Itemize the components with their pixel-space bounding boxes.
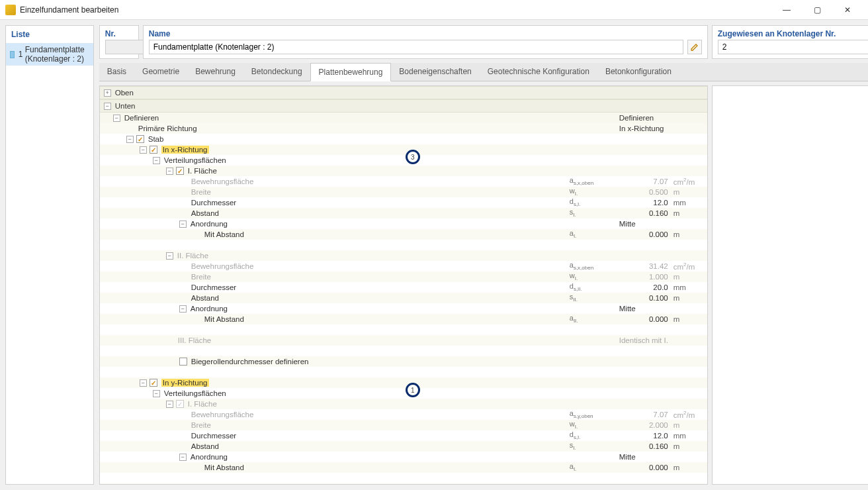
- val-anord-2x[interactable]: Mitte: [619, 305, 707, 313]
- chk-fl1y: [176, 400, 184, 408]
- window-title: Einzelfundament bearbeiten: [20, 5, 771, 15]
- tab-betonkonfig[interactable]: Betonkonfiguration: [597, 63, 679, 81]
- assign-input[interactable]: [718, 40, 868, 54]
- sym-ds1y: ds,I.: [570, 430, 619, 440]
- val-d1x[interactable]: 12.0: [619, 199, 671, 207]
- assign-label: Zugewiesen an Knotenlager Nr.: [713, 26, 868, 40]
- minimize-button[interactable]: —: [771, 0, 802, 20]
- sym-as-x1: as,x,oben: [570, 176, 619, 186]
- node-fl2x[interactable]: II. Fläche: [176, 252, 570, 260]
- sym-s1x: sI.: [570, 208, 619, 218]
- chk-inx[interactable]: [150, 146, 157, 154]
- node-abstand-1y: Abstand: [190, 442, 570, 450]
- titlebar: Einzelfundament bearbeiten — ▢ ✕: [0, 0, 868, 20]
- unit-cm2m-3: cm2/m: [671, 410, 707, 419]
- maximize-button[interactable]: ▢: [802, 0, 832, 20]
- toggle-inx[interactable]: −: [140, 146, 147, 154]
- node-durchm-1y: Durchmesser: [190, 432, 570, 440]
- chk-iny[interactable]: [150, 379, 157, 387]
- val-s1y[interactable]: 0.160: [619, 442, 671, 450]
- node-durchm-2x: Durchmesser: [190, 283, 570, 291]
- tab-betondeckung[interactable]: Betondeckung: [243, 63, 310, 81]
- name-label: Name: [144, 26, 707, 40]
- toggle-verteil-x[interactable]: −: [153, 157, 160, 164]
- toggle-oben[interactable]: +: [104, 89, 111, 97]
- toggle-definieren[interactable]: −: [113, 115, 120, 122]
- tab-basis[interactable]: Basis: [99, 63, 134, 81]
- chk-fl1x[interactable]: [176, 167, 184, 175]
- list-item-num: 1: [19, 50, 23, 59]
- unit-mm-1: mm: [671, 199, 707, 207]
- node-abstand-1x: Abstand: [190, 209, 570, 217]
- chk-stab[interactable]: [136, 135, 144, 143]
- val-d2x[interactable]: 20.0: [619, 283, 671, 291]
- node-iny[interactable]: In y-Richtung: [160, 379, 570, 387]
- node-fl1x[interactable]: I. Fläche: [187, 167, 570, 175]
- val-as-1y: 7.07: [619, 411, 671, 418]
- chk-biege-x[interactable]: [179, 358, 187, 366]
- val-anord-1x[interactable]: Mitte: [619, 220, 707, 228]
- sym-as-x2: as,x,oben: [570, 261, 619, 271]
- tab-plattenbewehrung[interactable]: Plattenbewehrung: [310, 63, 392, 81]
- node-fl3x: III. Fläche: [177, 336, 570, 344]
- val-a2x[interactable]: 0.000: [619, 315, 671, 323]
- tab-bewehrung[interactable]: Bewehrung: [187, 63, 243, 81]
- tree-area: 3 1 +Oben −Unten −Definieren Definieren …: [99, 85, 708, 485]
- close-button[interactable]: ✕: [832, 0, 863, 20]
- unit-m-6: m: [671, 315, 707, 323]
- list-item[interactable]: 1 Fundamentplatte (Knotenlager : 2): [6, 43, 93, 66]
- list-color-swatch: [10, 51, 15, 58]
- node-oben[interactable]: Oben: [114, 89, 572, 97]
- toggle-anord-1y[interactable]: −: [179, 454, 187, 461]
- tab-geotech[interactable]: Geotechnische Konfiguration: [480, 63, 597, 81]
- unit-m-3: m: [671, 230, 707, 238]
- val-as-2x: 31.42: [619, 262, 671, 270]
- val-d1y[interactable]: 12.0: [619, 432, 671, 440]
- tab-geometrie[interactable]: Geometrie: [134, 63, 187, 81]
- toggle-verteil-y[interactable]: −: [153, 390, 160, 397]
- toggle-fl2x[interactable]: −: [166, 252, 173, 260]
- node-verteil-x[interactable]: Verteilungsflächen: [163, 156, 570, 164]
- node-anord-1y[interactable]: Anordnung: [189, 453, 570, 461]
- toggle-fl1y[interactable]: −: [166, 401, 173, 408]
- val-a1x[interactable]: 0.000: [619, 230, 671, 238]
- node-bewfl-2x: Bewehrungsfläche: [190, 262, 570, 270]
- node-biege-x: Biegerollendurchmesser definieren: [190, 358, 570, 366]
- header-row: Nr. Name Zugewiesen an Knotenlager Nr.: [99, 25, 868, 59]
- edit-name-button[interactable]: [687, 40, 702, 54]
- val-s2x[interactable]: 0.100: [619, 294, 671, 302]
- node-verteil-y[interactable]: Verteilungsflächen: [163, 389, 570, 397]
- toggle-iny[interactable]: −: [140, 379, 147, 387]
- toggle-fl1x[interactable]: −: [166, 168, 173, 175]
- badge-3: 3: [406, 150, 420, 164]
- unit-m-2: m: [671, 209, 707, 217]
- unit-m-5: m: [671, 294, 707, 302]
- toggle-anord-2x[interactable]: −: [179, 305, 187, 313]
- node-stab[interactable]: Stab: [147, 135, 570, 143]
- list-header: Liste: [6, 26, 93, 43]
- node-unten[interactable]: Unten: [114, 102, 572, 110]
- tab-bodeneigenschaften[interactable]: Bodeneigenschaften: [391, 63, 479, 81]
- preview-area: [712, 85, 868, 485]
- nr-label: Nr.: [100, 26, 138, 40]
- val-anord-1y[interactable]: Mitte: [619, 453, 707, 461]
- node-anord-1x[interactable]: Anordnung: [189, 220, 570, 228]
- node-breite-2x: Breite: [190, 273, 570, 281]
- tabs: Basis Geometrie Bewehrung Betondeckung P…: [99, 63, 868, 81]
- sym-a1y: aI.: [570, 462, 619, 472]
- val-s1x[interactable]: 0.160: [619, 209, 671, 217]
- toggle-anord-1x[interactable]: −: [179, 220, 187, 228]
- unit-cm2m-1: cm2/m: [671, 177, 707, 186]
- assign-block: Zugewiesen an Knotenlager Nr.: [712, 25, 868, 59]
- unit-mm-3: mm: [671, 432, 707, 440]
- node-anord-2x[interactable]: Anordnung: [189, 305, 570, 313]
- val-a1y[interactable]: 0.000: [619, 464, 671, 471]
- node-durchm-1x: Durchmesser: [190, 199, 570, 207]
- node-definieren[interactable]: Definieren: [123, 114, 570, 122]
- badge-1: 1: [406, 383, 420, 397]
- unit-cm2m-2: cm2/m: [671, 262, 707, 271]
- node-inx[interactable]: In x-Richtung: [160, 146, 570, 154]
- toggle-unten[interactable]: −: [104, 103, 111, 110]
- toggle-stab[interactable]: −: [126, 136, 134, 143]
- name-input[interactable]: [149, 40, 683, 54]
